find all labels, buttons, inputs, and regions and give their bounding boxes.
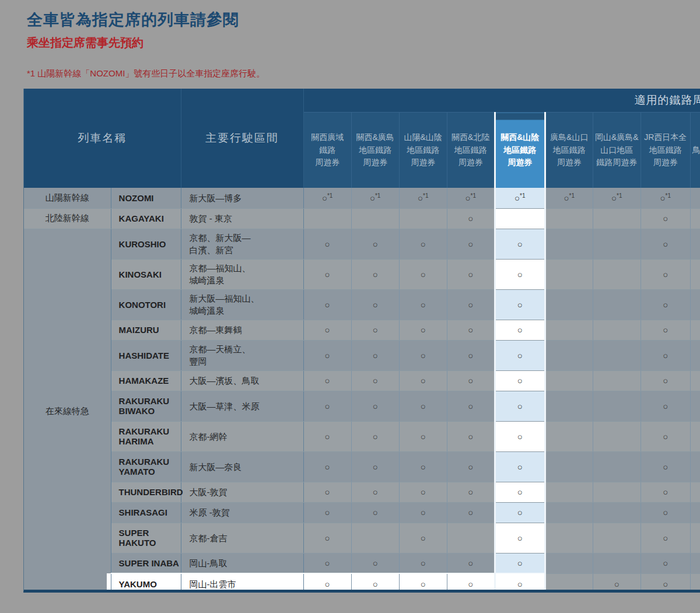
pass-mark-cell: ○ — [447, 340, 495, 370]
circle-icon: ○ — [517, 558, 523, 568]
train-category-cell: 在來線特急 — [24, 229, 111, 593]
pass-mark-cell: ○ — [495, 289, 545, 320]
pass-mark-cell — [545, 502, 593, 523]
pass-mark-cell — [690, 208, 700, 229]
pass-column-header[interactable]: 關西廣域 鐵路 周遊券 — [303, 113, 351, 188]
circle-icon: ○ — [663, 351, 668, 360]
train-name-cell: RAKURAKU HARIMA — [111, 421, 181, 451]
pass-mark-cell: ○ — [303, 482, 351, 502]
pass-mark-cell — [690, 502, 700, 523]
circle-icon: ○ — [514, 193, 520, 203]
pass-mark-cell: ○ — [447, 259, 495, 289]
table-row: YAKUMO岡山-出雲市○○○○○○○ — [24, 573, 700, 593]
circle-icon: ○ — [517, 401, 523, 411]
pass-mark-cell: ○ — [495, 553, 545, 573]
pass-mark-cell: ○ — [351, 370, 399, 391]
pass-mark-cell: ○ — [351, 229, 399, 259]
pass-mark-cell — [593, 502, 640, 523]
pass-mark-cell — [545, 523, 593, 553]
circle-icon: ○ — [325, 487, 330, 497]
circle-icon: ○ — [517, 533, 523, 543]
pass-mark-cell: ○ — [351, 289, 399, 320]
pass-mark-cell — [690, 289, 700, 320]
circle-icon: ○ — [663, 239, 668, 249]
pass-mark-cell: ○ — [640, 391, 690, 421]
pass-mark-cell: ○ — [640, 573, 690, 593]
table-row: SUPER HAKUTO京都-倉吉○○○○ — [24, 523, 700, 553]
circle-icon: ○ — [421, 239, 426, 249]
pass-mark-cell: ○ — [495, 391, 545, 421]
pass-mark-cell: ○ — [447, 451, 495, 482]
table-row: 山陽新幹線NOZOMI新大阪—博多○*1○*1○*1○*1○*1○*1○*1○*… — [24, 188, 700, 208]
pass-mark-cell: ○ — [447, 370, 495, 391]
circle-icon: ○ — [663, 401, 668, 411]
pass-mark-cell — [399, 208, 447, 229]
table-row: RAKURAKU YAMATO新大阪—奈良○○○○○○ — [24, 451, 700, 482]
pass-mark-cell — [593, 391, 640, 421]
pass-mark-cell: ○ — [351, 451, 399, 482]
pass-mark-cell: ○*1 — [640, 188, 690, 208]
table-row: THUNDERBIRD大阪-敦賀○○○○○○ — [24, 482, 700, 502]
pass-column-header[interactable]: 關西&山陰 地區鐵路 周遊券 — [495, 113, 545, 188]
pass-mark-cell: ○ — [303, 340, 351, 370]
route-cell: 京都—天橋立、 豐岡 — [181, 340, 303, 370]
pass-mark-cell: ○ — [351, 391, 399, 421]
note-ref: *1 — [375, 192, 380, 199]
pass-column-header[interactable]: 關西&北陸 地區鐵路 周遊券 — [447, 113, 495, 188]
circle-icon: ○ — [517, 300, 523, 310]
pass-column-header[interactable]: 廣島&山口 地區鐵路 周遊券 — [545, 113, 593, 188]
circle-icon: ○ — [517, 239, 523, 249]
pass-mark-cell: ○ — [303, 229, 351, 259]
pass-mark-cell — [690, 451, 700, 482]
pass-mark-cell: ○ — [447, 573, 495, 593]
circle-icon: ○ — [373, 558, 378, 568]
pass-column-header[interactable]: 山陽&山陰 地區鐵路 周遊券 — [399, 113, 447, 188]
circle-icon: ○ — [325, 269, 330, 279]
pass-column-header[interactable]: 鳥 — [690, 113, 700, 188]
pass-mark-cell: ○ — [399, 482, 447, 502]
circle-icon: ○ — [325, 376, 330, 386]
pass-mark-cell: ○*1 — [447, 188, 495, 208]
table-body: 山陽新幹線NOZOMI新大阪—博多○*1○*1○*1○*1○*1○*1○*1○*… — [24, 188, 700, 593]
circle-icon: ○ — [421, 462, 426, 472]
pass-mark-cell — [545, 229, 593, 259]
pass-mark-cell: ○ — [303, 259, 351, 289]
pass-mark-cell: ○ — [303, 421, 351, 451]
pass-mark-cell: ○ — [399, 523, 447, 553]
circle-icon: ○ — [564, 193, 569, 203]
circle-icon: ○ — [325, 401, 330, 411]
pass-mark-cell: ○ — [351, 421, 399, 451]
pass-column-header[interactable]: 關西&廣島 地區鐵路 周遊券 — [351, 113, 399, 188]
route-cell: 岡山-出雲市 — [181, 573, 303, 593]
pass-mark-cell — [593, 289, 640, 320]
circle-icon: ○ — [517, 376, 523, 386]
pass-mark-cell: ○ — [351, 553, 399, 573]
circle-icon: ○ — [373, 579, 378, 589]
pass-mark-cell — [593, 370, 640, 391]
pass-mark-cell — [351, 523, 399, 553]
route-cell: 新大阪—博多 — [181, 188, 303, 208]
train-name-cell: YAKUMO — [111, 573, 181, 593]
train-name-cell: MAIZURU — [111, 320, 181, 340]
pass-mark-cell — [593, 523, 640, 553]
circle-icon: ○ — [373, 351, 378, 360]
pass-mark-cell: ○ — [399, 370, 447, 391]
pass-column-header[interactable]: JR西日本全 地區鐵路 周遊券 — [640, 113, 690, 188]
table-row: 在來線特急KUROSHIO京都、新大阪— 白濱、新宮○○○○○○ — [24, 229, 700, 259]
pass-mark-cell — [545, 259, 593, 289]
pass-mark-cell: ○ — [303, 573, 351, 593]
pass-mark-cell: ○ — [640, 370, 690, 391]
circle-icon: ○ — [663, 213, 668, 223]
pass-mark-cell: ○ — [593, 573, 640, 593]
note-ref: *1 — [423, 192, 428, 199]
pass-mark-cell: ○ — [495, 482, 545, 502]
pass-column-header[interactable]: 岡山&廣島& 山口地區 鐵路周遊券 — [593, 113, 640, 188]
route-cell: 新大阪—福知山、 城崎溫泉 — [181, 289, 303, 320]
circle-icon: ○ — [421, 300, 426, 310]
pass-mark-cell — [593, 340, 640, 370]
circle-icon: ○ — [322, 193, 327, 203]
circle-icon: ○ — [468, 269, 473, 279]
route-cell: 京都-網幹 — [181, 421, 303, 451]
circle-icon: ○ — [373, 487, 378, 497]
circle-icon: ○ — [373, 401, 378, 411]
